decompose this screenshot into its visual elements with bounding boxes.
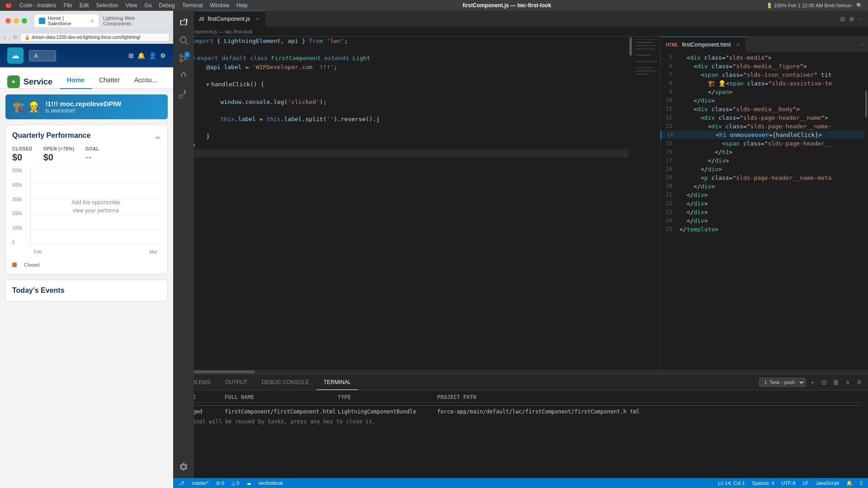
tab-accounts[interactable]: Accou... <box>127 72 165 89</box>
notif-content: !1!!! moc.repoleveDPIW is awesome! <box>45 100 121 114</box>
activity-source-control[interactable]: 2 <box>176 51 191 66</box>
menu-debug[interactable]: Debug <box>159 2 175 9</box>
branch-icon: ⎇ <box>179 480 184 486</box>
code-content-js: 1 import { LightningElement, api } from … <box>173 37 628 158</box>
tab-home[interactable]: Home <box>60 72 92 89</box>
split-terminal-icon[interactable]: ⊟ <box>819 377 829 387</box>
grid-icon[interactable]: ⊞ <box>128 52 134 59</box>
tab-chatter[interactable]: Chatter <box>92 72 127 89</box>
tab-js[interactable]: JS firstComponent.js ✕ <box>193 11 265 27</box>
svg-line-10 <box>185 42 188 44</box>
tab-js-close[interactable]: ✕ <box>255 16 259 22</box>
tab-html-close[interactable]: ✕ <box>736 42 740 48</box>
edit-icon[interactable]: ✏ <box>156 134 161 141</box>
sf-search[interactable]: A <box>29 50 56 61</box>
more-icon[interactable]: ··· <box>860 42 864 48</box>
menu-edit[interactable]: Edit <box>80 2 89 9</box>
svg-rect-0 <box>635 39 658 40</box>
tab1-close[interactable]: ✕ <box>90 19 94 23</box>
tab1-label: Home | Salesforce <box>48 15 88 26</box>
terminal-label: TERMINAL <box>324 379 351 385</box>
search-icon[interactable]: 🔍 <box>856 3 863 9</box>
code-line-4: 4 @api label = 'WIPDeveloper.com !!!'; <box>173 63 628 71</box>
more-actions-icon[interactable]: ⊕ <box>849 15 854 23</box>
activity-bar: 2 <box>173 11 194 478</box>
spaces[interactable]: Spaces: 4 <box>752 480 774 486</box>
maximize-terminal-icon[interactable]: ∧ <box>843 377 853 387</box>
menu-help[interactable]: Help <box>236 2 248 9</box>
editor-scrollbar[interactable] <box>628 37 633 370</box>
notification-bell-icon[interactable]: 🔔 <box>846 480 853 486</box>
activity-settings[interactable] <box>176 459 191 474</box>
svg-point-12 <box>180 60 183 62</box>
debug-console-label: DEBUG CONSOLE <box>262 379 309 385</box>
notif-avatar: 🏗️ 👷 <box>13 101 40 113</box>
svg-point-9 <box>180 37 186 43</box>
line-ending[interactable]: LF <box>803 480 809 486</box>
html-line-13: 13 <div class="slds-page-header__name- <box>660 122 868 131</box>
html-line-5: 5 <div class="slds-media"> <box>660 53 868 62</box>
html-line-10: 10 </div> <box>660 96 868 105</box>
notif-sub-text: is awesome! <box>45 108 121 114</box>
close-button[interactable] <box>5 18 11 23</box>
col-type: TYPE <box>338 394 437 400</box>
closed-label: CLOSED <box>12 146 33 151</box>
browser-tab-lwc[interactable]: Lightning Web Components <box>99 14 168 27</box>
user-icon[interactable]: 👤 <box>149 52 156 59</box>
html-line-22: 22 </div> <box>660 199 868 208</box>
url-bar[interactable]: 🔒 dream-data-1250-dev-ed.lightning.force… <box>20 33 170 42</box>
bell-icon[interactable]: 🔔 <box>137 52 145 59</box>
open-label: OPEN (>70%) <box>43 146 75 151</box>
tab-output[interactable]: OUTPUT <box>218 375 255 390</box>
trash-terminal-icon[interactable]: 🗑 <box>831 377 841 387</box>
apple-icon[interactable]: 🍎 <box>5 2 12 9</box>
code-content-html: 5 <div class="slds-media"> 6 <div class=… <box>660 52 868 234</box>
code-line-12: 12 } <box>173 132 628 141</box>
task-select[interactable]: 1: Task - push <box>759 378 806 387</box>
tab-debug-console[interactable]: DEBUG CONSOLE <box>255 375 316 390</box>
activity-extensions[interactable] <box>176 87 191 102</box>
add-terminal-icon[interactable]: + <box>807 377 817 387</box>
encoding[interactable]: UTF-8 <box>782 480 796 486</box>
performance-section: Quarterly Performance ✏ CLOSED $0 OPEN (… <box>5 125 168 274</box>
minimize-button[interactable] <box>14 18 19 23</box>
code-line-8: 8 window.console.log('clicked'); <box>173 98 628 106</box>
maximize-button[interactable] <box>22 18 27 23</box>
forward-icon[interactable]: › <box>9 34 11 41</box>
position[interactable]: Ln 14, Col 1 <box>718 480 745 486</box>
branch-name[interactable]: master* <box>192 480 209 486</box>
sync-icon[interactable]: ☁ <box>246 480 251 486</box>
chart-content: Add the opportunitie view your performa <box>30 168 161 245</box>
activity-search[interactable] <box>176 33 191 48</box>
warnings-count[interactable]: △ 0 <box>231 480 239 486</box>
tab-html[interactable]: HTML firstComponent.html ✕ <box>660 37 745 52</box>
menu-selection[interactable]: Selection <box>96 2 118 9</box>
activity-debug[interactable] <box>176 69 191 84</box>
language[interactable]: JavaScript <box>816 480 839 486</box>
browser-chrome: Home | Salesforce ✕ Lightning Web Compon… <box>0 11 173 31</box>
menu-view[interactable]: View <box>126 2 137 9</box>
notif-main-text: !1!!! moc.repoleveDPIW <box>45 100 121 108</box>
html-line-17: 17 </div> <box>660 156 868 165</box>
activity-explorer[interactable] <box>176 14 191 30</box>
refresh-icon[interactable]: ↻ <box>13 34 18 41</box>
html-panel-tabs: HTML firstComponent.html ✕ ··· <box>660 37 868 52</box>
back-icon[interactable]: ‹ <box>4 34 6 41</box>
ellipsis-icon[interactable]: ··· <box>858 16 863 22</box>
browser-tab-salesforce[interactable]: Home | Salesforce ✕ <box>34 14 99 27</box>
menu-window[interactable]: Window <box>210 2 229 9</box>
svg-rect-7 <box>635 70 658 71</box>
close-terminal-icon[interactable]: ✕ <box>854 377 864 387</box>
sf-content: 🏗️ 👷 !1!!! moc.repoleveDPIW is awesome! … <box>0 89 173 488</box>
events-section: Today's Events <box>5 280 168 301</box>
svg-rect-2 <box>635 45 658 46</box>
menu-file[interactable]: File <box>63 2 72 9</box>
errors-count[interactable]: ⊘ 0 <box>216 480 224 486</box>
scm-badge: 2 <box>184 52 190 58</box>
html-line-12: 12 <div class="slds-page-header__name"> <box>660 113 868 122</box>
menu-terminal[interactable]: Terminal <box>182 2 203 9</box>
split-editor-icon[interactable]: ⊞ <box>840 15 845 23</box>
tab-terminal[interactable]: TERMINAL <box>316 375 359 390</box>
gear-icon[interactable]: ⚙ <box>160 52 166 59</box>
menu-go[interactable]: Go <box>145 2 152 9</box>
